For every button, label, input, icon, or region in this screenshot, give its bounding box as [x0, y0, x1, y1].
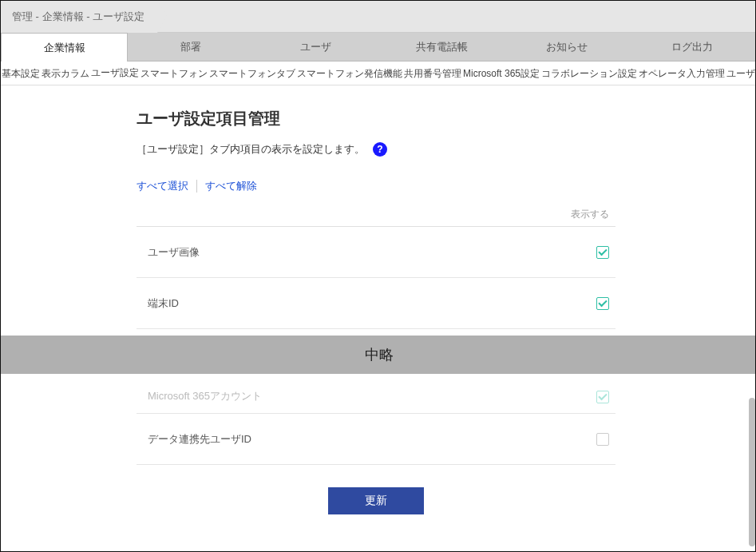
- subtab-columns[interactable]: 表示カラム: [41, 62, 90, 85]
- sub-tabs: 基本設定 表示カラム ユーザ設定 スマートフォン スマートフォンタブ スマートフ…: [1, 62, 755, 85]
- checkbox-terminal-id[interactable]: [596, 297, 609, 310]
- tab-user[interactable]: ユーザ: [253, 33, 378, 61]
- tab-log-output[interactable]: ログ出力: [630, 33, 755, 61]
- subtab-smartphone-tab[interactable]: スマートフォンタブ: [208, 62, 296, 85]
- setting-row: 端末ID: [137, 278, 615, 329]
- subtab-shared-number[interactable]: 共用番号管理: [403, 62, 462, 85]
- column-header-show: 表示する: [571, 208, 609, 221]
- tab-company-info[interactable]: 企業情報: [1, 33, 128, 62]
- setting-row-cut: Microsoft 365アカウント: [137, 374, 615, 414]
- breadcrumb-arrow-icon: [157, 1, 167, 33]
- select-all-link[interactable]: すべて選択: [137, 179, 196, 193]
- tab-shared-phonebook[interactable]: 共有電話帳: [379, 33, 505, 61]
- row-label: 端末ID: [148, 296, 179, 311]
- breadcrumb: 管理 - 企業情報 - ユーザ設定: [1, 1, 157, 33]
- checkbox-user-image[interactable]: [596, 246, 609, 259]
- breadcrumb-bar: 管理 - 企業情報 - ユーザ設定: [1, 1, 755, 33]
- subtab-user-output[interactable]: ユーザ情報出力管理: [726, 62, 755, 85]
- page-title: ユーザ設定項目管理: [137, 108, 615, 129]
- checkbox-data-link-user-id[interactable]: [596, 433, 609, 446]
- deselect-all-link[interactable]: すべて解除: [197, 179, 265, 193]
- subtab-collab[interactable]: コラボレーション設定: [540, 62, 638, 85]
- tab-department[interactable]: 部署: [128, 33, 253, 61]
- row-label: ユーザ画像: [148, 245, 200, 260]
- omitted-label: 中略: [365, 345, 394, 364]
- setting-row: データ連携先ユーザID: [137, 414, 615, 465]
- subtab-smartphone-call[interactable]: スマートフォン発信機能: [296, 62, 403, 85]
- omitted-band: 中略: [1, 336, 756, 374]
- subtab-smartphone[interactable]: スマートフォン: [140, 62, 208, 85]
- subtab-user-settings[interactable]: ユーザ設定: [90, 62, 140, 85]
- subtab-basic[interactable]: 基本設定: [1, 62, 41, 85]
- subtab-m365[interactable]: Microsoft 365設定: [462, 62, 540, 85]
- setting-row: ユーザ画像: [137, 227, 615, 278]
- scrollbar-thumb[interactable]: [749, 398, 755, 546]
- row-label: データ連携先ユーザID: [148, 432, 251, 447]
- help-icon[interactable]: ?: [373, 142, 387, 157]
- page-description: ［ユーザ設定］タブ内項目の表示を設定します。: [137, 142, 365, 157]
- checkbox-cut[interactable]: [596, 391, 609, 403]
- subtab-operator[interactable]: オペレータ入力管理: [638, 62, 726, 85]
- update-button[interactable]: 更新: [328, 487, 424, 514]
- row-label: Microsoft 365アカウント: [148, 389, 262, 403]
- tab-notice[interactable]: お知らせ: [505, 33, 630, 61]
- primary-tabs: 企業情報 部署 ユーザ 共有電話帳 お知らせ ログ出力: [1, 33, 755, 62]
